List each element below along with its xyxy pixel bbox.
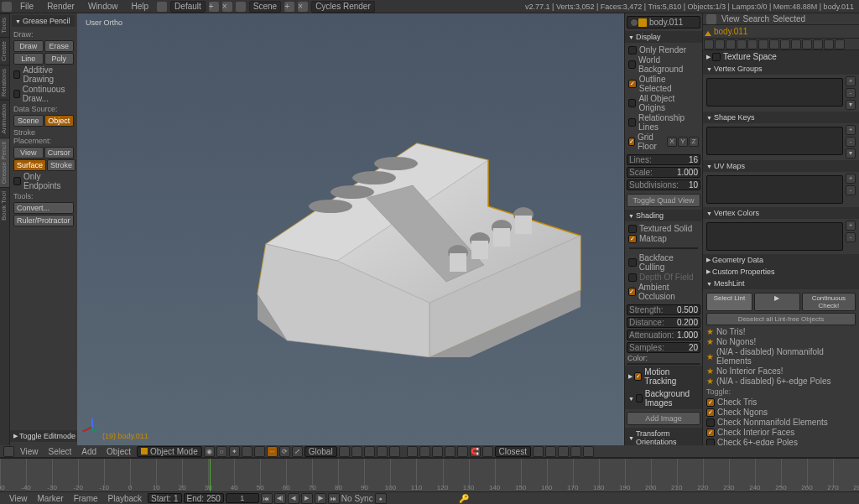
surface-button[interactable]: Surface <box>13 159 46 171</box>
key-insert-icon[interactable]: 🔑 <box>459 494 469 503</box>
continuous-check-button[interactable]: Continuous Check! <box>802 293 856 311</box>
toggle-editmode-button[interactable]: Toggle Editmode <box>10 430 77 442</box>
panel-shading[interactable]: Shading <box>625 210 702 221</box>
world-bg-checkbox[interactable] <box>628 60 636 69</box>
menu-render[interactable]: Render <box>40 2 81 11</box>
grid-floor-checkbox[interactable] <box>628 138 635 146</box>
panel-shape-keys[interactable]: Shape Keys <box>703 112 859 123</box>
uv-list[interactable] <box>706 175 843 204</box>
add-menu[interactable]: Add <box>77 447 101 456</box>
layer-button[interactable] <box>339 446 350 457</box>
jump-start-icon[interactable]: ⏮ <box>261 493 273 504</box>
ao-color-field[interactable] <box>627 363 700 365</box>
panel-grease-pencil[interactable]: Grease Pencil <box>12 15 75 27</box>
shading-solid-icon[interactable]: ○ <box>216 446 227 457</box>
scene-del-icon[interactable]: × <box>298 2 308 12</box>
outliner-search-menu[interactable]: Search <box>743 14 770 23</box>
outliner-view-menu[interactable]: View <box>721 14 740 23</box>
menu-help[interactable]: Help <box>125 2 156 11</box>
mode-dropdown[interactable]: Object Mode <box>137 446 202 457</box>
keyframe-prev-icon[interactable]: ◀| <box>274 493 286 504</box>
axis-z-button[interactable]: Z <box>689 137 699 147</box>
ao-attenuation-field[interactable]: Attenuation:1.000 <box>627 330 700 340</box>
render-border-icon[interactable] <box>533 446 544 457</box>
panel-uv-maps[interactable]: UV Maps <box>703 160 859 172</box>
menu-window[interactable]: Window <box>81 2 125 11</box>
timeline-track[interactable]: -50-40-30-20-100102030405060708090100110… <box>0 459 859 491</box>
check-tris-checkbox[interactable] <box>706 398 715 407</box>
panel-display[interactable]: Display <box>625 31 702 43</box>
pin-icon[interactable] <box>630 18 638 27</box>
add-image-button[interactable]: Add Image <box>627 412 700 425</box>
manipulator-translate-icon[interactable]: ↔ <box>267 446 278 457</box>
tl-marker-menu[interactable]: Marker <box>34 494 68 503</box>
grid-lines-field[interactable]: Lines:16 <box>627 154 700 165</box>
stroke-button[interactable]: Stroke <box>47 159 75 171</box>
layout-browse-icon[interactable] <box>157 2 167 12</box>
panel-custom-properties[interactable]: Custom Properties <box>703 266 859 278</box>
grid-subdiv-field[interactable]: Subdivisions:10 <box>627 179 700 190</box>
outliner-filter-dropdown[interactable]: Selected <box>773 14 851 23</box>
autokey-icon[interactable]: ● <box>375 493 387 504</box>
panel-transform-orient[interactable]: Transform Orientations <box>625 428 702 445</box>
line-button[interactable]: Line <box>13 53 44 65</box>
snap-target-icon[interactable] <box>482 446 493 457</box>
tab-book-tool[interactable]: Book Tool <box>0 187 9 224</box>
manipulator-scale-icon[interactable]: ⤢ <box>292 446 303 457</box>
layout-del-icon[interactable]: × <box>222 2 232 12</box>
filter-icon[interactable] <box>704 39 714 49</box>
vg-menu-icon[interactable]: ▾ <box>846 100 856 110</box>
panel-geometry-data[interactable]: Geometry Data <box>703 254 859 266</box>
play-icon[interactable]: ▶ <box>301 493 313 504</box>
continuous-checkbox[interactable] <box>13 90 20 98</box>
tl-playback-menu[interactable]: Playback <box>104 494 147 503</box>
pivot-icon[interactable]: ✦ <box>229 446 240 457</box>
view-menu[interactable]: View <box>16 447 43 456</box>
uv-add-button[interactable]: + <box>846 174 856 184</box>
continuous-play-icon[interactable]: ▶ <box>754 293 800 311</box>
scene-button[interactable]: Scene <box>13 115 44 127</box>
ao-strength-field[interactable]: Strength:0.500 <box>627 304 700 315</box>
object-menu[interactable]: Object <box>102 447 135 456</box>
bgimg-checkbox[interactable] <box>636 394 643 403</box>
jump-end-icon[interactable]: ⏭ <box>328 493 340 504</box>
end-frame-field[interactable]: End:250 <box>184 493 224 503</box>
select-menu[interactable]: Select <box>44 447 76 456</box>
sk-list[interactable] <box>706 127 843 155</box>
shading-sphere-icon[interactable]: ◉ <box>204 446 215 457</box>
panel-vertex-groups[interactable]: Vertex Groups <box>703 63 859 75</box>
manipulator-icon[interactable] <box>254 446 265 457</box>
motion-checkbox[interactable] <box>634 372 642 381</box>
all-origins-checkbox[interactable] <box>628 99 636 107</box>
dof-checkbox[interactable] <box>628 273 637 282</box>
convert-button[interactable]: Convert... <box>13 202 74 214</box>
tab-create[interactable]: Create <box>0 37 9 65</box>
sk-menu-icon[interactable]: ▾ <box>846 148 856 158</box>
menu-file[interactable]: File <box>13 2 40 11</box>
scene-add-icon[interactable]: + <box>284 2 294 12</box>
play-reverse-icon[interactable]: ◀ <box>288 493 299 504</box>
ao-checkbox[interactable] <box>628 288 636 296</box>
keyframe-next-icon[interactable]: |▶ <box>315 493 326 504</box>
panel-meshlint[interactable]: MeshLint <box>703 278 859 289</box>
start-frame-field[interactable]: Start:1 <box>148 493 181 503</box>
ao-distance-field[interactable]: Distance:0.200 <box>627 317 700 328</box>
screen-layout-dropdown[interactable]: Default <box>170 1 206 13</box>
layout-add-icon[interactable]: + <box>209 2 219 12</box>
poly-button[interactable]: Poly <box>44 53 75 65</box>
relationship-lines-checkbox[interactable] <box>628 118 636 127</box>
panel-motion-tracking[interactable]: Motion Tracking <box>625 366 702 387</box>
draw-button[interactable]: Draw <box>13 40 44 52</box>
select-lint-button[interactable]: Select Lint <box>706 293 752 311</box>
tab-relations[interactable]: Relations <box>0 65 9 100</box>
matcap-preview[interactable] <box>629 247 698 249</box>
pivot-center-icon[interactable] <box>242 446 252 457</box>
current-frame-field[interactable]: 1 <box>226 493 259 503</box>
vg-remove-button[interactable]: - <box>846 88 856 98</box>
tl-view-menu[interactable]: View <box>5 494 32 503</box>
panel-vertex-colors[interactable]: Vertex Colors <box>703 207 859 219</box>
snap-dropdown[interactable]: Closest <box>495 446 531 457</box>
sync-dropdown[interactable]: No Sync <box>341 494 373 503</box>
grid-scale-field[interactable]: Scale:1.000 <box>627 167 700 178</box>
snap-icon[interactable]: 🧲 <box>470 446 481 457</box>
